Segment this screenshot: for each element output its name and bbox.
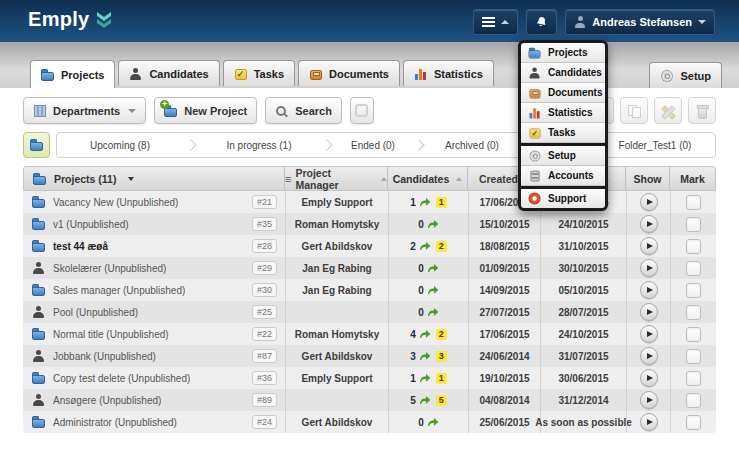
header-candidates[interactable]: Candidates [387, 167, 467, 190]
edit-button[interactable] [654, 97, 682, 124]
mark-checkbox[interactable] [686, 283, 701, 298]
show-button[interactable] [640, 369, 658, 387]
table-row[interactable]: Administrator (Unpublished)#24 Gert Abil… [23, 411, 716, 433]
mark-checkbox[interactable] [686, 415, 701, 430]
show-button[interactable] [640, 193, 658, 211]
tab-label: Candidates [149, 68, 208, 80]
new-project-button[interactable]: + New Project [154, 97, 257, 124]
new-candidates-badge: 1 [436, 197, 447, 208]
created-date: 04/08/2014 [468, 389, 540, 411]
menu-item-label: Tasks [548, 127, 576, 138]
header-project-manager[interactable]: ≡ Project Manager [284, 167, 387, 190]
play-icon [647, 375, 653, 381]
user-name: Andreas Stefansen [592, 16, 692, 28]
tasks-icon [529, 127, 542, 138]
mark-checkbox[interactable] [686, 305, 701, 320]
menu-item-setup[interactable]: Setup [521, 143, 605, 166]
mark-checkbox[interactable] [686, 217, 701, 232]
folders-button[interactable] [23, 132, 50, 158]
forward-arrow-icon [419, 351, 431, 361]
tab-setup[interactable]: Setup [649, 62, 722, 88]
project-type-icon [32, 416, 46, 428]
menu-item-projects[interactable]: Projects [521, 43, 605, 63]
header-candidates-label: Candidates [393, 173, 450, 185]
tab-documents[interactable]: Documents [298, 60, 400, 86]
user-menu-button[interactable]: Andreas Stefansen [565, 9, 715, 35]
tab-candidates[interactable]: Candidates [118, 60, 219, 86]
caret-down-icon [128, 177, 134, 181]
candidates-cell: 0 [388, 279, 468, 301]
filter-upcoming[interactable]: Upcoming (8) [57, 133, 183, 157]
table-row[interactable]: test 44 æøå#28 Gert Abildskov 22 18/08/2… [23, 235, 716, 257]
show-button[interactable] [640, 325, 658, 343]
show-button[interactable] [640, 303, 658, 321]
deadline-date: 30/10/2015 [540, 257, 626, 279]
apps-menu-button[interactable] [473, 9, 518, 35]
edit-icon [661, 105, 675, 117]
table-row[interactable]: v1 (Unpublished)#35 Roman Homytsky 0 15/… [23, 213, 716, 235]
tab-tasks[interactable]: Tasks [223, 60, 295, 86]
mark-checkbox[interactable] [686, 327, 701, 342]
saved-search-button[interactable] [350, 97, 374, 124]
menu-item-statistics[interactable]: Statistics [521, 103, 605, 123]
mark-checkbox[interactable] [686, 195, 701, 210]
menu-item-candidates[interactable]: Candidates [521, 63, 605, 83]
search-button[interactable]: Search [265, 97, 342, 124]
project-manager: Emply Support [285, 367, 388, 389]
show-button[interactable] [640, 391, 658, 409]
filter-ended[interactable]: Ended (0) [335, 133, 411, 157]
candidates-cell: 0 [388, 257, 468, 279]
filter-in-progress[interactable]: In progress (1) [199, 133, 319, 157]
table-row[interactable]: Vacancy New (Unpublished)#21 Emply Suppo… [23, 191, 716, 213]
table-header: Projects (11) ≡ Project Manager Candidat… [23, 166, 716, 191]
menu-item-support[interactable]: Support [521, 186, 605, 208]
folder-icon [41, 69, 55, 81]
show-button[interactable] [640, 215, 658, 233]
table-row[interactable]: Sales manager (Unpublished)#30 Jan Eg Ra… [23, 279, 716, 301]
notifications-button[interactable] [526, 9, 557, 35]
tasks-icon [234, 68, 248, 80]
mark-checkbox[interactable] [686, 349, 701, 364]
forward-arrow-icon [419, 197, 431, 207]
chevron-separator-icon [185, 139, 196, 150]
mark-checkbox[interactable] [686, 239, 701, 254]
sort-icon [456, 177, 462, 181]
mark-checkbox[interactable] [686, 261, 701, 276]
menu-item-label: Documents [548, 87, 602, 98]
table-row[interactable]: Copy test delete (Unpublished)#36 Emply … [23, 367, 716, 389]
chevron-separator-icon [413, 139, 424, 150]
header-projects[interactable]: Projects (11) [24, 167, 284, 190]
show-button[interactable] [640, 259, 658, 277]
table-row[interactable]: Normal title (Unpublished)#22 Roman Homy… [23, 323, 716, 345]
show-button[interactable] [640, 281, 658, 299]
table-row[interactable]: Skolelærer (Unpublished)#29 Jan Eg Rabin… [23, 257, 716, 279]
menu-item-documents[interactable]: Documents [521, 83, 605, 103]
departments-button[interactable]: Departments [23, 97, 146, 124]
table-row[interactable]: Jobbank (Unpublished)#87 Gert Abildskov … [23, 345, 716, 367]
mark-checkbox[interactable] [686, 393, 701, 408]
delete-button[interactable] [688, 97, 716, 124]
show-button[interactable] [640, 347, 658, 365]
project-manager: Roman Homytsky [285, 323, 388, 345]
table-row[interactable]: Pool (Unpublished)#25 0 27/07/2015 28/07… [23, 301, 716, 323]
menu-item-tasks[interactable]: Tasks [521, 123, 605, 143]
copy-button[interactable] [620, 97, 648, 124]
tab-projects[interactable]: Projects [30, 60, 115, 88]
support-icon [529, 193, 542, 204]
show-button[interactable] [640, 413, 658, 431]
deadline-date: 31/07/2015 [540, 345, 626, 367]
table-row[interactable]: Ansøgere (Unpublished)#89 55 04/08/2014 … [23, 389, 716, 411]
show-button[interactable] [640, 237, 658, 255]
project-number-badge: #25 [252, 305, 277, 319]
project-manager: Emply Support [285, 191, 388, 213]
menu-item-accounts[interactable]: Accounts [521, 166, 605, 186]
project-number-badge: #24 [252, 415, 277, 429]
filter-archived[interactable]: Archived (0) [427, 133, 517, 157]
tab-statistics[interactable]: Statistics [403, 60, 494, 86]
mark-checkbox[interactable] [686, 371, 701, 386]
logo-text: Emply [28, 8, 90, 31]
candidates-cell: 0 [388, 301, 468, 323]
filter-folder-test1[interactable]: Folder_Test1 (0) [595, 133, 715, 157]
tab-label: Statistics [434, 68, 483, 80]
logo-mark-icon [96, 11, 112, 29]
